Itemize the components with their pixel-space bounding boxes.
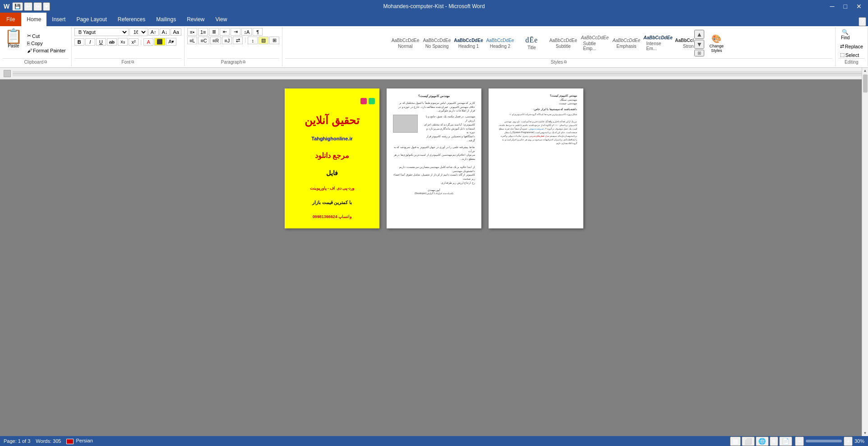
styles-expand-button[interactable]: ⊞ — [694, 50, 704, 56]
tab-review[interactable]: Review — [181, 13, 210, 26]
underline-button[interactable]: U — [96, 38, 106, 46]
bullets-button[interactable]: ≡• — [187, 28, 197, 36]
style-heading1-label: Heading 1 — [458, 44, 479, 49]
editing-group: 🔍 Find ⇄ Replace ⬚ Select Editing — [836, 27, 868, 66]
page-2-intro: کاربر که مهندس کامپیوتر، لباس مرسوم طبقا… — [393, 101, 475, 113]
tab-mailings[interactable]: Mailings — [151, 13, 181, 26]
select-button[interactable]: ⬚ Select — [838, 51, 861, 58]
tab-file[interactable]: File — [0, 13, 21, 26]
styles-scroll-up-button[interactable]: ▲ — [694, 30, 704, 39]
find-button[interactable]: 🔍 Find — [838, 28, 853, 41]
minimize-button[interactable]: ─ — [827, 2, 837, 11]
clipboard-expand-icon[interactable]: ⧉ — [44, 60, 47, 65]
highlight-button[interactable]: ⬛ — [154, 38, 165, 46]
style-no-spacing-label: No Spacing — [425, 44, 449, 49]
tab-view[interactable]: View — [210, 13, 233, 26]
justify-button[interactable]: ≡J — [222, 37, 232, 44]
instagram-icon — [360, 98, 367, 104]
style-emphasis[interactable]: AaBbCcDdEe Emphasis — [610, 28, 642, 58]
tab-home[interactable]: Home — [21, 13, 46, 26]
maximize-button[interactable]: □ — [841, 2, 850, 11]
cut-button[interactable]: ✂ Cut — [25, 33, 68, 39]
tab-page-layout[interactable]: Page Layout — [71, 13, 112, 26]
save-button[interactable]: 💾 — [12, 2, 23, 11]
vertical-scrollbar[interactable]: ▲ ▼ — [862, 68, 868, 436]
strikethrough-button[interactable]: ab — [107, 38, 117, 46]
style-heading2[interactable]: AaBbCcDdEe Heading 2 — [484, 28, 516, 58]
show-formatting-button[interactable]: ¶ — [253, 28, 263, 36]
line-spacing-button[interactable]: ↕ — [248, 37, 258, 44]
style-intense-emphasis-preview: AaBbCcDdEe — [643, 35, 672, 40]
ad-price-text: با کمترین قیمت بازار — [312, 200, 352, 205]
ribbon-help-button[interactable]: ? — [859, 17, 866, 26]
page-2-content: مهندس کامپیوتر کیست؟ کاربر که مهندس کامپ… — [387, 88, 481, 228]
ad-tagline: مرجع دانلود — [315, 151, 349, 160]
tab-references[interactable]: References — [112, 13, 151, 26]
style-no-spacing[interactable]: AaBbCcDdEe No Spacing — [421, 28, 452, 58]
copy-button[interactable]: ⎘ Copy — [25, 40, 68, 46]
paragraph-expand-icon[interactable]: ⧉ — [243, 60, 245, 65]
replace-icon: ⇄ — [840, 43, 844, 49]
superscript-button[interactable]: x² — [129, 38, 139, 46]
replace-button[interactable]: ⇄ Replace — [838, 43, 865, 50]
tab-insert[interactable]: Insert — [46, 13, 71, 26]
bold-button[interactable]: B — [74, 38, 84, 46]
align-right-button[interactable]: ≡R — [210, 37, 221, 44]
numbering-button[interactable]: 1≡ — [198, 28, 208, 36]
close-button[interactable]: ✕ — [854, 2, 864, 11]
undo-button[interactable]: ↩ — [24, 2, 32, 11]
scroll-down-button[interactable]: ▼ — [863, 430, 868, 436]
font-color-button[interactable]: A▾ — [166, 38, 176, 46]
page-3-section: داشته‌باشند که سیستم‌ها با ابزار خاص: — [495, 107, 577, 111]
text-color-button[interactable]: A — [143, 38, 153, 46]
multilevel-button[interactable]: ≣ — [209, 28, 219, 36]
scroll-thumb[interactable] — [863, 74, 868, 93]
decrease-indent-button[interactable]: ⇤ — [220, 28, 230, 36]
style-heading1[interactable]: AaBbCcDdEe Heading 1 — [452, 28, 484, 58]
ribbon: 📋 Paste ✂ Cut ⎘ Copy 🖌 Format Pain — [0, 26, 868, 68]
styles-scroll-down-button[interactable]: ▼ — [694, 40, 704, 49]
decrease-font-button[interactable]: A↓ — [160, 28, 170, 36]
style-subtle-emphasis[interactable]: AaBbCcDdEe Subtle Emp... — [579, 28, 610, 58]
page-2-heading: مهندس کامپیوتر کیست؟ — [393, 94, 475, 98]
style-subtitle-label: Subtitle — [556, 44, 571, 49]
italic-button[interactable]: I — [85, 38, 95, 46]
ruler-corner[interactable] — [4, 70, 11, 77]
style-title-label: Title — [527, 45, 536, 50]
paste-label: Paste — [8, 43, 19, 48]
customize-qat-button[interactable]: ▾ — [43, 2, 50, 11]
increase-font-button[interactable]: A↑ — [148, 28, 159, 36]
paragraph-group-label: Paragraph ⧉ — [187, 58, 279, 65]
shading-button[interactable]: ▧ — [259, 37, 268, 44]
ad-content: تحقیق آنلاین Tahghighonline.ir مرجع دانل… — [285, 88, 379, 228]
page-2-image — [393, 115, 418, 133]
style-strong[interactable]: AaBbCcDdEe Strong — [674, 28, 693, 58]
paste-button[interactable]: 📋 Paste — [3, 28, 24, 58]
scroll-up-button[interactable]: ▲ — [863, 68, 868, 74]
style-emphasis-preview: AaBbCcDdEe — [613, 38, 641, 43]
align-left-button[interactable]: ≡L — [187, 37, 198, 44]
borders-button[interactable]: ⊞ — [269, 37, 279, 44]
text-direction-button[interactable]: ⇄ — [233, 37, 243, 44]
page-2-footer: نقاط پیشرفته علمی را در آوری در جهان کام… — [393, 145, 475, 185]
font-size-select[interactable]: 16 — [129, 28, 148, 36]
style-normal[interactable]: AaBbCcDdEe Normal — [389, 28, 421, 58]
subscript-button[interactable]: x₂ — [118, 38, 128, 46]
styles-expand-icon[interactable]: ⧉ — [564, 60, 567, 65]
font-expand-icon[interactable]: ⧉ — [131, 60, 134, 65]
align-center-button[interactable]: ≡C — [198, 37, 209, 44]
sort-button[interactable]: ↕A — [241, 28, 252, 36]
font-group: B Yagut 16 A↑ A↓ Aa B I U ab x₂ x² | A ⬛… — [72, 27, 185, 66]
style-title[interactable]: dĒe Title — [516, 28, 547, 58]
style-intense-emphasis[interactable]: AaBbCcDdEe Intense Em... — [642, 28, 674, 58]
styles-group: AaBbCcDdEe Normal AaBbCcDdEe No Spacing … — [282, 27, 835, 66]
clear-formatting-button[interactable]: Aa — [171, 28, 181, 36]
font-family-select[interactable]: B Yagut — [74, 28, 129, 36]
increase-indent-button[interactable]: ⇥ — [231, 28, 240, 36]
change-styles-button[interactable]: 🎨 Change Styles — [705, 32, 728, 55]
format-painter-button[interactable]: 🖌 Format Painter — [25, 47, 68, 54]
redo-button[interactable]: ↪ — [33, 2, 42, 11]
style-subtitle[interactable]: AaBbCcDdEe Subtitle — [547, 28, 579, 58]
ribbon-tabs: File Home Insert Page Layout References … — [0, 13, 868, 26]
clipboard-group: 📋 Paste ✂ Cut ⎘ Copy 🖌 Format Pain — [0, 27, 72, 66]
